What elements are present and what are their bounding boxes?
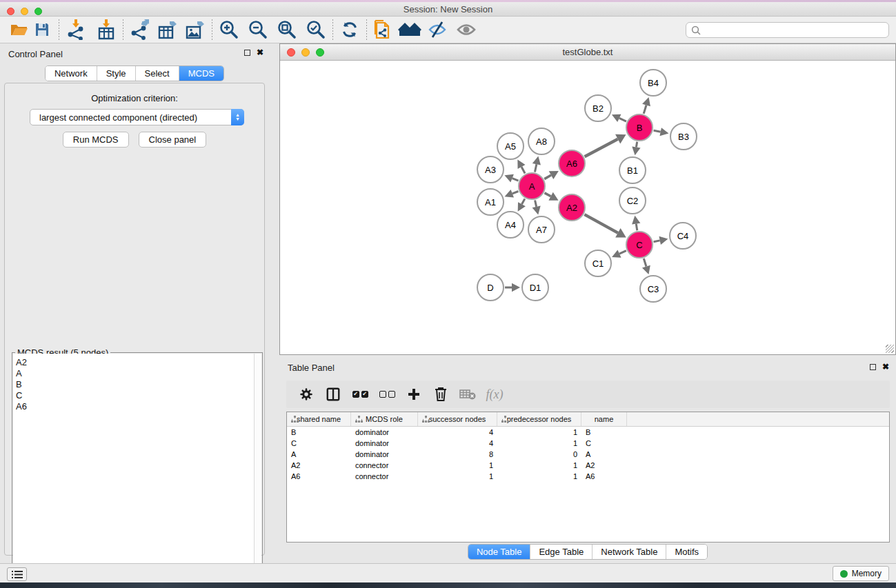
- graph-node-A1[interactable]: A1: [477, 188, 504, 216]
- export-image-icon[interactable]: [183, 19, 207, 41]
- select-columns-icon[interactable]: [323, 384, 344, 405]
- table-row[interactable]: A6connector11A6: [287, 471, 889, 482]
- show-all-icon[interactable]: [398, 19, 421, 41]
- table-cell[interactable]: 1: [497, 428, 581, 436]
- graph-edge[interactable]: [512, 179, 519, 181]
- close-window-button[interactable]: [7, 8, 14, 15]
- table-cell[interactable]: dominator: [351, 439, 418, 447]
- table-cell[interactable]: B: [287, 428, 351, 436]
- mcds-result-list[interactable]: A2ABCA6: [13, 354, 254, 588]
- result-list-item[interactable]: A2: [16, 357, 251, 368]
- graph-edge[interactable]: [644, 258, 646, 267]
- graph-edge[interactable]: [535, 164, 536, 172]
- graph-node-A4[interactable]: A4: [497, 211, 524, 239]
- graph-node-A3[interactable]: A3: [477, 156, 504, 183]
- apply-function-icon[interactable]: f(x): [484, 384, 505, 405]
- table-cell[interactable]: 0: [497, 450, 581, 458]
- graph-edge[interactable]: [535, 200, 537, 206]
- table-cell[interactable]: C: [581, 439, 627, 447]
- column-header-predecessor-nodes[interactable]: predecessor nodes: [497, 412, 581, 426]
- network-minimize-button[interactable]: [301, 48, 310, 57]
- table-cell[interactable]: C: [287, 439, 351, 447]
- deselect-all-icon[interactable]: [377, 384, 397, 405]
- column-header-MCDS-role[interactable]: MCDS role: [351, 412, 418, 426]
- save-session-icon[interactable]: [30, 19, 54, 41]
- graph-edge[interactable]: [654, 241, 660, 242]
- graph-edge[interactable]: [521, 167, 525, 173]
- graph-node-B[interactable]: B: [626, 114, 653, 141]
- graph-node-D1[interactable]: D1: [521, 274, 549, 301]
- table-cell[interactable]: 1: [497, 461, 581, 469]
- network-zoom-button[interactable]: [316, 48, 324, 57]
- table-cell[interactable]: 1: [418, 461, 497, 469]
- table-cell[interactable]: B: [581, 428, 627, 436]
- result-scrollbar[interactable]: [254, 354, 261, 588]
- table-cell[interactable]: 1: [497, 439, 581, 447]
- tab-network-table[interactable]: Network Table: [593, 545, 666, 559]
- result-list-item[interactable]: A: [16, 368, 251, 379]
- table-cell[interactable]: A: [581, 450, 627, 458]
- table-cell[interactable]: 4: [418, 439, 497, 447]
- table-cell[interactable]: connector: [351, 461, 418, 469]
- graph-edge[interactable]: [636, 224, 637, 231]
- destroy-network-icon[interactable]: [372, 19, 395, 41]
- show-hidden-icon[interactable]: [455, 19, 478, 41]
- delete-table-icon[interactable]: [457, 384, 478, 405]
- table-cell[interactable]: 1: [497, 472, 581, 480]
- graph-edge[interactable]: [544, 175, 551, 179]
- import-table-icon[interactable]: [94, 19, 118, 41]
- close-table-panel-icon[interactable]: ✖: [882, 363, 889, 370]
- table-cell[interactable]: 1: [418, 472, 497, 480]
- search-field[interactable]: [686, 22, 889, 38]
- graph-node-B3[interactable]: B3: [670, 123, 697, 150]
- graph-node-B4[interactable]: B4: [639, 69, 667, 97]
- import-network-icon[interactable]: [64, 19, 88, 41]
- zoom-selected-icon[interactable]: [304, 19, 328, 41]
- table-cell[interactable]: A2: [287, 461, 351, 469]
- refresh-view-icon[interactable]: [338, 19, 361, 41]
- table-cell[interactable]: dominator: [351, 428, 418, 436]
- zoom-window-button[interactable]: [34, 8, 42, 15]
- open-session-icon[interactable]: [7, 19, 30, 41]
- table-cell[interactable]: 8: [418, 450, 497, 458]
- table-row[interactable]: A2connector11A2: [287, 460, 889, 471]
- graph-node-A2[interactable]: A2: [558, 194, 586, 221]
- graph-edge[interactable]: [521, 199, 524, 204]
- table-cell[interactable]: dominator: [351, 450, 418, 458]
- tab-node-table[interactable]: Node Table: [468, 545, 531, 559]
- graph-edge[interactable]: [619, 251, 626, 254]
- minimize-window-button[interactable]: [21, 8, 28, 15]
- graph-node-B2[interactable]: B2: [584, 94, 612, 122]
- graph-node-A7[interactable]: A7: [528, 216, 555, 243]
- table-cell[interactable]: A2: [581, 461, 627, 469]
- close-panel-button[interactable]: Close panel: [139, 132, 207, 148]
- graph-node-A6[interactable]: A6: [558, 150, 586, 177]
- graph-node-C2[interactable]: C2: [619, 187, 646, 214]
- settings-gear-icon[interactable]: [296, 384, 317, 405]
- table-cell[interactable]: connector: [351, 472, 418, 480]
- table-row[interactable]: Adominator80A: [287, 449, 889, 460]
- graph-node-A[interactable]: A: [518, 172, 546, 200]
- graph-node-C1[interactable]: C1: [584, 250, 612, 277]
- table-row[interactable]: Cdominator41C: [287, 438, 889, 449]
- graph-node-A8[interactable]: A8: [528, 128, 555, 155]
- zoom-fit-icon[interactable]: [275, 19, 299, 41]
- graph-edge[interactable]: [644, 105, 646, 113]
- graph-edge[interactable]: [512, 192, 519, 194]
- graph-edge[interactable]: [545, 193, 551, 196]
- graph-node-D[interactable]: D: [477, 274, 504, 301]
- column-header-shared-name[interactable]: shared name: [287, 412, 351, 426]
- search-input[interactable]: [704, 26, 884, 35]
- graph-node-C4[interactable]: C4: [669, 222, 697, 250]
- resize-grip-icon[interactable]: [886, 345, 894, 353]
- table-row[interactable]: Bdominator41B: [287, 427, 889, 438]
- table-cell[interactable]: A6: [581, 472, 627, 480]
- export-network-icon[interactable]: [128, 19, 152, 41]
- float-panel-icon[interactable]: [244, 50, 250, 56]
- tab-edge-table[interactable]: Edge Table: [530, 545, 593, 559]
- add-column-icon[interactable]: [404, 384, 424, 405]
- graph-edge[interactable]: [619, 118, 626, 121]
- memory-button[interactable]: Memory: [833, 566, 889, 581]
- result-list-item[interactable]: B: [16, 379, 251, 390]
- graph-edge[interactable]: [584, 214, 618, 233]
